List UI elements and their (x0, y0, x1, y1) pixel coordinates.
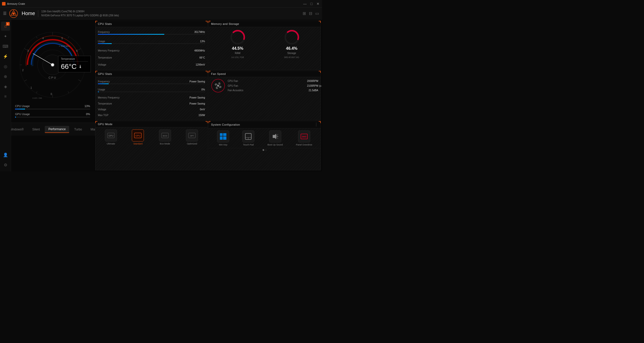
sidebar: ⌂ 1 ✦ ⌨ ⚡ ◎ ⊕ ◈ ≡ 👤 ⚙ (0, 20, 11, 171)
svg-line-13 (24, 80, 27, 81)
sysconfig-bootsound[interactable]: Boot Up Sound (267, 130, 283, 146)
panel-corner-tr5 (206, 121, 208, 123)
gpu-mode-standard[interactable]: GPU Standard (132, 129, 144, 145)
touchpad-label: Touch Pad (243, 143, 254, 146)
sysconfig-touchpad[interactable]: Touch Pad (242, 130, 254, 146)
cpu-usage-stat-bar (98, 43, 205, 44)
winkey-label: Win Key (219, 143, 227, 146)
sysconfig-winkey[interactable]: Win Key (217, 130, 229, 146)
app-icon (2, 2, 6, 6)
system-config-panel: System Configuration ⋮ (208, 121, 321, 170)
cpu-usage-stat-fill (98, 43, 112, 44)
sidebar-item-hardware[interactable]: ⊕ (1, 72, 10, 81)
rog-logo (9, 9, 18, 18)
gpu-mode-standard-label: Standard (133, 142, 143, 145)
svg-point-38 (217, 85, 219, 87)
panel-corner-tl6 (209, 121, 211, 123)
gpu-fan-value: 2100RPM (307, 84, 318, 87)
cpu-stats-title: CPU Stats (98, 22, 112, 25)
maximize-button[interactable]: □ (309, 2, 313, 6)
layout-grid-icon[interactable]: ⊞ (303, 11, 306, 16)
gpu-mode-optimized[interactable]: OPT Optimized (186, 129, 198, 145)
sidebar-item-media[interactable]: ◈ (1, 82, 10, 91)
tab-turbo[interactable]: Turbo (71, 126, 86, 133)
layout-split-icon[interactable]: ⊟ (309, 11, 312, 16)
svg-line-12 (36, 91, 37, 93)
sysconfig-menu-button[interactable]: ⋮ (314, 123, 318, 127)
sidebar-item-settings[interactable]: ⚙ (1, 160, 10, 169)
fan-header: Fan Speed (209, 71, 321, 77)
storage-percent: 46.4% (286, 46, 297, 51)
sysconfig-overdrive[interactable]: 3MS Panel Overdrive (296, 130, 312, 146)
svg-text:0.0/5 / 296: 0.0/5 / 296 (32, 97, 42, 99)
sidebar-item-list[interactable]: ≡ (1, 92, 10, 101)
tab-windows[interactable]: Windows® (11, 126, 27, 133)
sysconfig-header: System Configuration ⋮ (209, 121, 321, 128)
list-icon: ≡ (4, 94, 7, 99)
gpu-info: NVIDIA GeForce RTX 3070 Ti Laptop GPU GD… (41, 14, 119, 18)
middle-content: 0 1 2 3 4 5 6 × 1000 MHz (11, 20, 322, 171)
menu-icon[interactable]: ☰ (3, 11, 7, 16)
gpu-optimized-icon: OPT (186, 129, 198, 141)
gpu-freq-section: Frequency Power Saving (98, 80, 205, 86)
cpu-fan-label: CPU Fan (228, 80, 238, 82)
close-button[interactable]: ✕ (316, 2, 320, 6)
dot-1 (263, 149, 264, 151)
svg-text:6: 6 (76, 50, 78, 52)
sidebar-item-aura[interactable]: ✦ (1, 32, 10, 41)
gpu-memfreq-value: Power Saving (189, 96, 205, 99)
right-scroll-arrow[interactable]: ▶ (319, 84, 322, 88)
titlebar-controls[interactable]: — □ ✕ (303, 2, 320, 6)
gamevisual-icon: ◎ (4, 64, 7, 69)
storage-label: Storage (287, 52, 296, 55)
svg-text:1: 1 (30, 86, 32, 89)
storage-detail: 885.8/1907.6G (284, 56, 299, 59)
layout-single-icon[interactable]: ▭ (315, 11, 319, 16)
sidebar-item-gamevisual[interactable]: ◎ (1, 62, 10, 71)
gpu-freq-fill (98, 83, 109, 84)
tab-performance[interactable]: Performance (45, 126, 69, 133)
svg-text:4: 4 (42, 37, 44, 40)
ram-gauge: 44.5% RAM 14.1/31.7GB (230, 29, 246, 59)
gpu-freq-bar (98, 83, 205, 84)
panel-corner-tl4 (209, 71, 211, 73)
cpu-stats-panel: CPU Stats Frequency 3517MHz (95, 21, 208, 70)
sidebar-item-keyboard[interactable]: ⌨ (1, 42, 10, 51)
fan-speed-panel: Fan Speed (208, 71, 321, 120)
fan-stats: CPU Fan 2000RPM GPU Fan 2100RPM Fan Acou… (228, 79, 318, 93)
gpu-mode-eco[interactable]: ECO Eco Mode (159, 129, 171, 145)
svg-text:GPU: GPU (135, 134, 140, 137)
sidebar-item-boost[interactable]: ⚡ (1, 52, 10, 61)
sidebar-bottom: 👤 ⚙ (1, 150, 10, 171)
gpu-freq-label: Frequency (98, 80, 110, 83)
fan-panel-body: CPU Fan 2000RPM GPU Fan 2100RPM Fan Acou… (209, 77, 321, 94)
storage-gauge-circle (284, 29, 300, 45)
svg-line-10 (68, 91, 69, 93)
sidebar-item-user[interactable]: 👤 (1, 150, 10, 159)
panel-corner-tr4 (319, 71, 321, 73)
gpu-stats-body: Frequency Power Saving Usage 0% (95, 77, 208, 120)
boost-icon: ⚡ (3, 54, 8, 59)
gpu-mode-body: GPU Ultimate GPU (95, 127, 208, 147)
system-info: 12th Gen Intel(R) Core(TM) i9-12900H NVI… (41, 10, 119, 18)
cpu-gauge-container: 0 1 2 3 4 5 6 × 1000 MHz (12, 22, 93, 103)
gpu-volt-label: Voltage (98, 108, 106, 111)
cpu-freq-value: 3517MHz (194, 31, 205, 33)
minimize-button[interactable]: — (303, 2, 307, 6)
cpu-freq-bar (98, 34, 205, 35)
svg-line-6 (68, 36, 69, 38)
fan-acoustics-value: 21.5dBA (309, 89, 318, 92)
cpu-memfreq-label: Memory Frequency (98, 49, 119, 52)
svg-point-31 (51, 63, 54, 66)
svg-text:× 1000 MHz: × 1000 MHz (59, 45, 70, 47)
main-layout: ⌂ 1 ✦ ⌨ ⚡ ◎ ⊕ ◈ ≡ 👤 ⚙ (0, 20, 322, 171)
cpu-temp-row: Temperature 66°C (98, 56, 205, 59)
cpu-freq-label: Frequency (98, 31, 110, 33)
gpu-mode-ultimate[interactable]: GPU Ultimate (105, 129, 117, 145)
header: ☰ Home 12th Gen Intel(R) Core(TM) i9-129… (0, 8, 322, 20)
tab-silent[interactable]: Silent (29, 126, 43, 133)
svg-text:GPU: GPU (108, 134, 113, 137)
usage-bars: CPU Usage 13% GPU Usage 0% (11, 103, 94, 123)
sidebar-item-home[interactable]: ⌂ 1 (1, 22, 10, 31)
gpu-fan-row: GPU Fan 2100RPM (228, 84, 318, 87)
